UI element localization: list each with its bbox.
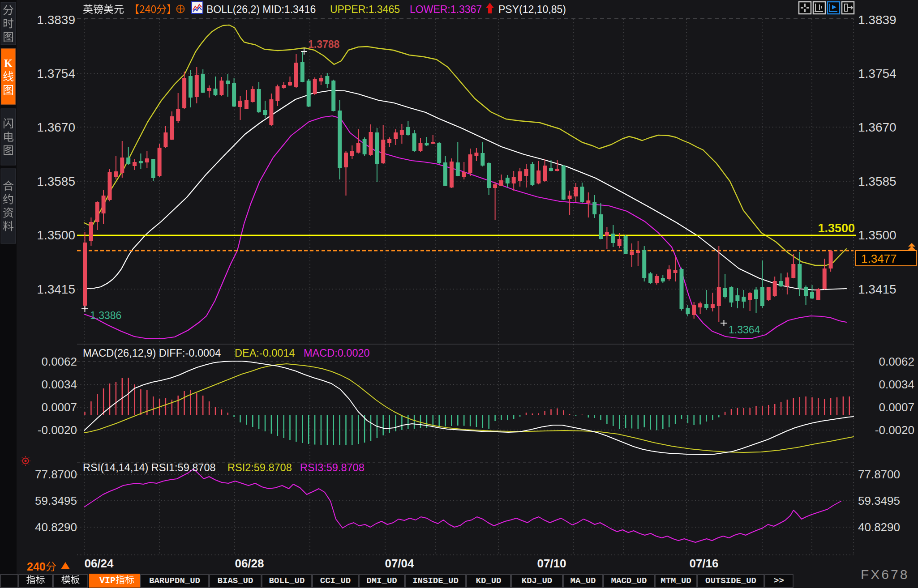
svg-text:40.8290: 40.8290: [858, 520, 900, 534]
svg-text:07/16: 07/16: [689, 557, 718, 570]
svg-text:FX678: FX678: [861, 567, 909, 582]
svg-text:CCI_UD: CCI_UD: [320, 576, 351, 586]
svg-text:0.0007: 0.0007: [41, 401, 77, 414]
svg-text:MA_UD: MA_UD: [570, 576, 596, 586]
svg-text:1.3500: 1.3500: [37, 228, 75, 242]
svg-text:1.3415: 1.3415: [858, 282, 897, 296]
svg-text:1.3585: 1.3585: [37, 175, 75, 188]
svg-text:MACD(26,12,9) DIFF:-0.0004: MACD(26,12,9) DIFF:-0.0004: [83, 347, 221, 359]
svg-text:INSIDE_UD: INSIDE_UD: [412, 576, 459, 586]
svg-text:77.8700: 77.8700: [858, 468, 900, 481]
svg-text:-0.0020: -0.0020: [38, 423, 77, 437]
svg-text:BARUPDN_UD: BARUPDN_UD: [149, 576, 200, 586]
svg-text:1.3500: 1.3500: [818, 222, 855, 235]
svg-text:DEA:-0.0014: DEA:-0.0014: [235, 347, 295, 359]
svg-text:1.3754: 1.3754: [37, 67, 75, 81]
svg-text:1.3839: 1.3839: [37, 13, 75, 27]
svg-text:PSY(12,10,85): PSY(12,10,85): [498, 4, 566, 15]
svg-text:1.3477: 1.3477: [861, 252, 897, 265]
svg-text:1.3754: 1.3754: [858, 67, 897, 81]
svg-text:07/04: 07/04: [385, 557, 414, 570]
svg-text:KDJ_UD: KDJ_UD: [522, 576, 552, 586]
svg-text:77.8700: 77.8700: [35, 468, 77, 481]
svg-text:BIAS_UD: BIAS_UD: [218, 576, 253, 586]
svg-text:1.3670: 1.3670: [37, 120, 75, 134]
svg-text:1.3386: 1.3386: [90, 310, 121, 321]
svg-text:KD_UD: KD_UD: [476, 576, 501, 586]
svg-text:1.3788: 1.3788: [308, 38, 340, 50]
svg-text:0.0062: 0.0062: [879, 355, 914, 368]
svg-text:RSI3:59.8708: RSI3:59.8708: [300, 462, 365, 473]
svg-text:RSI(14,14,14) RSI1:59.8708: RSI(14,14,14) RSI1:59.8708: [83, 462, 216, 473]
svg-text:0.0034: 0.0034: [41, 378, 77, 391]
svg-text:1.3364: 1.3364: [729, 324, 760, 336]
svg-text:1.3415: 1.3415: [37, 282, 75, 296]
svg-text:K: K: [4, 57, 13, 69]
svg-text:0.0007: 0.0007: [879, 401, 914, 414]
svg-text:0.0034: 0.0034: [879, 378, 914, 391]
svg-text:VIP: VIP: [99, 575, 116, 586]
svg-text:UPPER:1.3465: UPPER:1.3465: [330, 4, 400, 15]
svg-text:OUTSIDE_UD: OUTSIDE_UD: [705, 576, 756, 586]
svg-text:0.0062: 0.0062: [41, 355, 77, 368]
svg-text:-0.0020: -0.0020: [875, 423, 914, 437]
svg-text:1.3670: 1.3670: [858, 120, 897, 134]
svg-text:1.3585: 1.3585: [858, 175, 897, 188]
svg-text:1.3500: 1.3500: [858, 228, 897, 242]
svg-text:59.3495: 59.3495: [858, 494, 900, 507]
svg-text:40.8290: 40.8290: [35, 520, 77, 534]
svg-text:>>: >>: [774, 576, 784, 586]
svg-text:07/10: 07/10: [537, 557, 566, 570]
svg-text:06/24: 06/24: [84, 557, 114, 570]
svg-text:240: 240: [27, 560, 46, 573]
svg-text:59.3495: 59.3495: [35, 494, 77, 507]
svg-text:BOLL(26,2) MID:1.3416: BOLL(26,2) MID:1.3416: [206, 4, 316, 15]
svg-text:MACD_UD: MACD_UD: [611, 576, 647, 586]
svg-text:BOLL_UD: BOLL_UD: [269, 576, 305, 586]
svg-text:DMI_UD: DMI_UD: [366, 576, 397, 586]
svg-text:RSI2:59.8708: RSI2:59.8708: [227, 462, 292, 473]
svg-text:06/28: 06/28: [235, 557, 264, 570]
svg-text:1.3839: 1.3839: [858, 13, 897, 27]
svg-text:MTM_UD: MTM_UD: [661, 576, 691, 586]
svg-text:MACD:0.0020: MACD:0.0020: [304, 347, 370, 359]
svg-text:LOWER:1.3367: LOWER:1.3367: [410, 4, 482, 15]
